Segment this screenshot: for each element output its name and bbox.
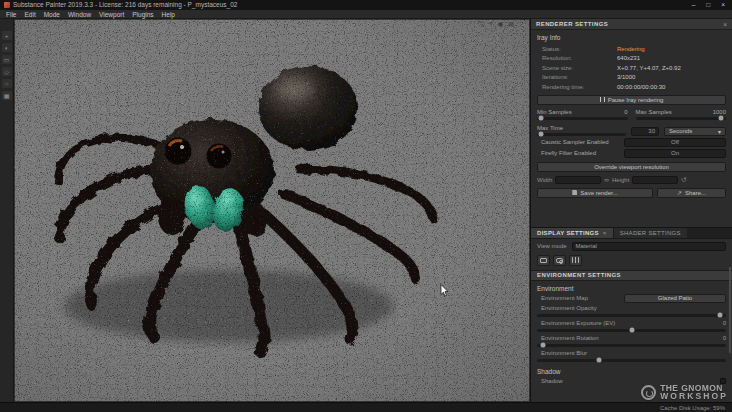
environment-rotation-value: 0: [723, 335, 726, 341]
height-field[interactable]: [632, 176, 678, 184]
eraser-tool-icon[interactable]: ◐: [2, 43, 12, 52]
environment-map-label: Environment Map: [537, 295, 624, 301]
clone-tool-icon[interactable]: ▦: [2, 91, 12, 100]
environment-opacity-handle[interactable]: [718, 313, 723, 318]
firefly-filter-toggle[interactable]: On: [624, 149, 726, 158]
resolution-fields-row: Width ∞ Height ↺: [531, 173, 732, 185]
save-render-button[interactable]: Save render...: [537, 188, 653, 198]
iray-info-section: Iray Info Status: Rendering Resolution: …: [531, 30, 732, 93]
view-mode-label: View mode: [537, 243, 567, 249]
right-dock: RENDERER SETTINGS × Iray Info Status: Re…: [530, 19, 732, 402]
menu-edit[interactable]: Edit: [20, 10, 39, 19]
tab-close-icon[interactable]: ×: [603, 230, 607, 236]
scene-size-label: Scene size:: [537, 65, 617, 71]
override-resolution-button[interactable]: Override viewport resolution: [537, 162, 726, 172]
shadow-subsection-title: Shadow: [531, 364, 732, 376]
min-samples-control: Min Samples 0: [537, 108, 628, 120]
link-dimensions-icon[interactable]: ∞: [604, 176, 609, 183]
reset-resolution-icon[interactable]: ↺: [681, 176, 686, 184]
camera-icon[interactable]: ▣: [498, 21, 504, 28]
close-icon[interactable]: ×: [721, 0, 725, 10]
render-time-value: 00:00:00/00:00:30: [617, 84, 665, 90]
menu-mode[interactable]: Mode: [40, 10, 64, 19]
view-mode-row: View mode Material: [531, 239, 732, 252]
width-field[interactable]: [555, 176, 601, 184]
environment-rotation-handle[interactable]: [540, 343, 545, 348]
environment-map-row: Environment Map Glazed Patio: [531, 293, 732, 304]
menu-window[interactable]: Window: [64, 10, 95, 19]
paint-tool-icon[interactable]: +: [2, 31, 12, 40]
tab-shader-settings[interactable]: SHADER SETTINGS: [613, 228, 687, 238]
render-time-label: Rendering time:: [537, 84, 617, 90]
display-settings-tab-label: DISPLAY SETTINGS: [537, 230, 599, 236]
panel-scrollbar[interactable]: [729, 267, 731, 353]
window-title: Substance Painter 2019.3.3 - License: 21…: [13, 0, 237, 10]
environment-exposure-value: 0: [723, 320, 726, 326]
help-icon[interactable]: ?: [489, 21, 492, 28]
render-actions-row: Save render... ↗ Share...: [531, 185, 732, 201]
environment-opacity-slider[interactable]: [537, 314, 726, 317]
environment-rotation-slider[interactable]: [537, 344, 726, 347]
post-effects-icon[interactable]: [569, 255, 582, 266]
environment-blur-handle[interactable]: [597, 358, 602, 363]
environment-blur-slider[interactable]: [537, 359, 726, 362]
camera-settings-icon[interactable]: [553, 255, 566, 266]
environment-exposure-slider[interactable]: [537, 329, 726, 332]
menu-bar: File Edit Mode Window Viewport Plugins H…: [0, 10, 732, 19]
max-time-control: Max Time 30 Seconds ▾: [531, 121, 732, 137]
maximize-icon[interactable]: □: [706, 0, 710, 10]
smudge-tool-icon[interactable]: ○: [2, 79, 12, 88]
max-time-handle[interactable]: [538, 132, 543, 137]
environment-opacity-control: Environment Opacity: [531, 304, 732, 319]
status-value: Rendering: [617, 46, 645, 52]
environment-subsection-title: Environment: [531, 281, 732, 293]
environment-blur-label: Environment Blur: [541, 350, 587, 356]
renderer-close-icon[interactable]: ×: [723, 21, 727, 28]
max-samples-control: Max Samples 1000: [636, 108, 727, 120]
environment-rotation-control: Environment Rotation 0: [531, 334, 732, 349]
tab-display-settings[interactable]: DISPLAY SETTINGS ×: [531, 228, 613, 238]
menu-help[interactable]: Help: [158, 10, 179, 19]
height-label: Height: [612, 177, 629, 183]
projection-tool-icon[interactable]: ▭: [2, 55, 12, 64]
view-mode-dropdown[interactable]: Material: [572, 242, 726, 251]
min-samples-handle[interactable]: [538, 116, 543, 121]
save-icon: [572, 190, 577, 195]
menu-plugins[interactable]: Plugins: [128, 10, 157, 19]
renderer-info-icon[interactable]: ⓘ: [478, 21, 484, 28]
caustic-sampler-row: Caustic Sampler Enabled Off: [531, 137, 732, 148]
menu-file[interactable]: File: [2, 10, 20, 19]
override-button-label: Override viewport resolution: [594, 164, 669, 170]
pause-iray-button[interactable]: Pause Iray rendering: [537, 95, 726, 105]
caustic-sampler-toggle[interactable]: Off: [624, 138, 726, 147]
mouse-cursor: [440, 284, 449, 297]
status-bar: Cache Disk Usage: 59%: [0, 402, 732, 412]
share-button[interactable]: ↗ Share...: [657, 188, 726, 198]
pause-icon: [600, 97, 605, 102]
spider-render: [14, 19, 530, 402]
max-time-slider[interactable]: [537, 133, 626, 136]
environment-exposure-handle[interactable]: [629, 328, 634, 333]
max-time-unit-dropdown[interactable]: Seconds ▾: [664, 127, 726, 136]
monitor-settings-icon[interactable]: [537, 255, 550, 266]
max-samples-slider[interactable]: [636, 117, 727, 120]
iterations-value: 3/1000: [617, 74, 635, 80]
tool-strip: + ◐ ▭ ◇ ○ ▦: [0, 19, 14, 402]
max-samples-handle[interactable]: [718, 116, 723, 121]
minimize-icon[interactable]: –: [692, 0, 696, 10]
share-label: Share...: [685, 190, 706, 196]
shadow-checkbox[interactable]: [720, 378, 726, 384]
max-samples-value: 1000: [713, 109, 726, 115]
render-viewport[interactable]: ⓘ ? ▣ ▤: [14, 19, 530, 402]
max-time-unit-value: Seconds: [669, 128, 692, 134]
max-time-value-field[interactable]: 30: [631, 127, 659, 136]
environment-blur-control: Environment Blur: [531, 349, 732, 364]
polygon-fill-tool-icon[interactable]: ◇: [2, 67, 12, 76]
menu-viewport[interactable]: Viewport: [95, 10, 128, 19]
min-samples-slider[interactable]: [537, 117, 628, 120]
environment-settings-header[interactable]: ENVIRONMENT SETTINGS: [531, 270, 732, 281]
environment-map-button[interactable]: Glazed Patio: [624, 294, 726, 303]
renderer-settings-header: RENDERER SETTINGS ×: [531, 19, 732, 30]
renderer-settings-title: RENDERER SETTINGS: [536, 21, 608, 27]
display-icon[interactable]: ▤: [508, 21, 514, 28]
